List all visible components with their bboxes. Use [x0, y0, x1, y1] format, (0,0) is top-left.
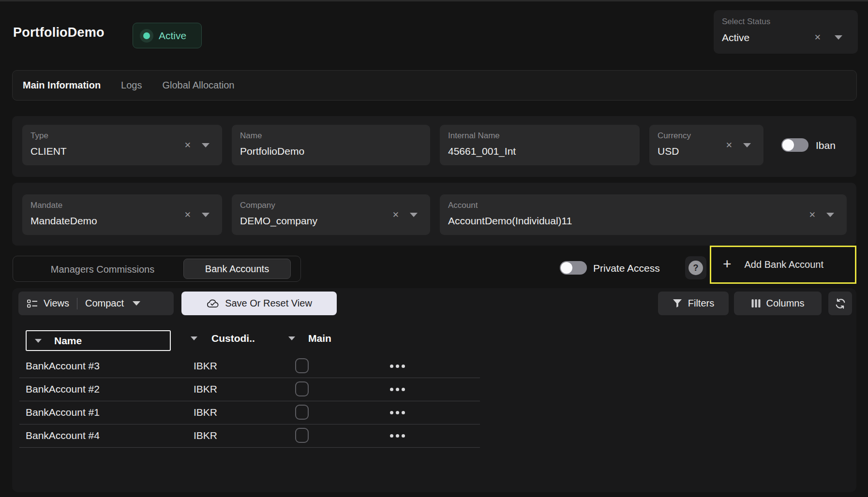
company-label: Company	[240, 201, 275, 210]
tab-bank-accounts[interactable]: Bank Accounts	[183, 259, 291, 279]
filters-label: Filters	[688, 298, 714, 309]
company-select[interactable]: Company DEMO_company ✕	[232, 194, 430, 235]
internal-name-field[interactable]: Internal Name 45661_001_Int	[440, 125, 640, 165]
main-tabbar: Main Information Logs Global Allocation	[12, 70, 857, 101]
views-button[interactable]: Views Compact	[18, 292, 174, 315]
columns-label: Columns	[766, 298, 805, 309]
filters-button[interactable]: Filters	[658, 292, 729, 315]
column-header-main[interactable]: Main	[288, 333, 331, 344]
form-panel-1: Type CLIENT ✕ Name PortfolioDemo Interna…	[12, 116, 856, 177]
chevron-down-icon[interactable]	[743, 143, 751, 147]
chevron-down-icon[interactable]	[826, 213, 834, 217]
main-checkbox[interactable]	[295, 381, 309, 396]
internal-name-value: 45661_001_Int	[448, 146, 516, 157]
chevron-down-icon[interactable]	[202, 143, 210, 147]
mandate-label: Mandate	[30, 201, 62, 210]
column-header-name[interactable]: Name	[26, 330, 171, 351]
table-row[interactable]: BankAccount #1 IBKR	[19, 401, 480, 424]
clear-icon[interactable]: ✕	[184, 211, 191, 219]
row-menu-icon[interactable]	[390, 378, 405, 401]
account-label: Account	[448, 201, 478, 210]
chevron-down-icon[interactable]	[835, 35, 842, 40]
status-dot-icon	[140, 29, 153, 43]
save-or-reset-view-button[interactable]: Save Or Reset View	[181, 292, 337, 315]
cell-name: BankAccount #2	[26, 378, 100, 401]
currency-select[interactable]: Currency USD ✕	[649, 125, 763, 165]
chevron-down-icon[interactable]	[410, 213, 418, 217]
column-header-custodian[interactable]: Custodi..	[191, 333, 255, 344]
type-value: CLIENT	[30, 146, 67, 157]
help-button[interactable]: ?	[685, 256, 706, 279]
row-menu-icon[interactable]	[390, 401, 405, 424]
add-bank-account-button[interactable]: + Add Bank Account	[710, 246, 856, 284]
main-checkbox[interactable]	[295, 358, 309, 373]
account-value: AccountDemo(Individual)11	[448, 215, 572, 227]
cell-custodian: IBKR	[194, 378, 217, 401]
bank-accounts-panel: Views Compact Save Or Reset View Filters	[12, 288, 856, 492]
name-value: PortfolioDemo	[240, 146, 304, 157]
list-view-icon	[27, 299, 38, 308]
clear-icon[interactable]: ✕	[809, 211, 816, 219]
name-label: Name	[240, 131, 262, 141]
iban-toggle[interactable]	[781, 138, 808, 152]
main-checkbox[interactable]	[295, 428, 309, 443]
filter-funnel-icon	[673, 299, 682, 308]
cell-custodian: IBKR	[194, 424, 217, 447]
add-bank-account-label: Add Bank Account	[745, 259, 823, 270]
refresh-button[interactable]	[828, 292, 852, 315]
mandate-value: MandateDemo	[30, 215, 97, 227]
table-row[interactable]: BankAccount #4 IBKR	[19, 424, 480, 448]
currency-value: USD	[658, 146, 679, 157]
views-label: Views	[44, 298, 69, 309]
private-access-toggle[interactable]	[560, 261, 587, 275]
top-divider	[0, 0, 868, 1]
status-select[interactable]: Select Status Active ✕	[714, 10, 858, 54]
clear-icon[interactable]: ✕	[392, 211, 399, 219]
chevron-down-icon	[133, 301, 140, 306]
status-badge: Active	[133, 23, 202, 48]
divider	[77, 298, 77, 309]
status-select-value: Active	[722, 32, 749, 44]
portfolio-page: PortfolioDemo Active Select Status Activ…	[0, 0, 868, 497]
row-menu-icon[interactable]	[390, 424, 405, 447]
cell-custodian: IBKR	[194, 401, 217, 424]
iban-toggle-label: Iban	[816, 140, 836, 151]
tab-global-allocation[interactable]: Global Allocation	[162, 80, 234, 91]
cell-name: BankAccount #3	[26, 354, 100, 378]
type-label: Type	[30, 131, 48, 141]
sync-icon	[835, 298, 846, 309]
tab-main-information[interactable]: Main Information	[23, 80, 101, 91]
cloud-check-icon	[206, 298, 219, 308]
sort-caret-icon[interactable]	[35, 339, 42, 343]
clear-icon[interactable]: ✕	[726, 141, 733, 149]
sort-caret-icon[interactable]	[288, 336, 295, 340]
columns-icon	[751, 299, 761, 308]
status-select-label: Select Status	[722, 17, 770, 27]
question-mark-icon: ?	[688, 261, 703, 275]
clear-icon[interactable]: ✕	[184, 141, 191, 149]
account-select[interactable]: Account AccountDemo(Individual)11 ✕	[440, 194, 847, 235]
main-checkbox[interactable]	[295, 405, 309, 420]
status-badge-label: Active	[159, 30, 186, 42]
clear-icon[interactable]: ✕	[814, 33, 821, 42]
cell-custodian: IBKR	[194, 354, 217, 378]
mandate-select[interactable]: Mandate MandateDemo ✕	[22, 194, 222, 235]
table-row[interactable]: BankAccount #3 IBKR	[19, 354, 480, 378]
section-tabs: Managers Commissions Bank Accounts	[13, 256, 301, 282]
columns-button[interactable]: Columns	[734, 292, 822, 315]
currency-label: Currency	[658, 131, 691, 141]
cell-name: BankAccount #1	[26, 401, 100, 424]
page-title: PortfolioDemo	[13, 25, 105, 40]
table-row[interactable]: BankAccount #2 IBKR	[19, 378, 480, 401]
tab-managers-commissions[interactable]: Managers Commissions	[23, 256, 182, 282]
tab-logs[interactable]: Logs	[121, 80, 142, 91]
name-field[interactable]: Name PortfolioDemo	[232, 125, 430, 165]
row-menu-icon[interactable]	[390, 354, 405, 378]
company-value: DEMO_company	[240, 215, 317, 227]
chevron-down-icon[interactable]	[202, 213, 210, 217]
form-panel-2: Mandate MandateDemo ✕ Company DEMO_compa…	[12, 183, 856, 246]
save-or-reset-label: Save Or Reset View	[225, 298, 312, 309]
type-select[interactable]: Type CLIENT ✕	[22, 125, 222, 165]
column-header-custodian-label: Custodi..	[211, 333, 255, 344]
sort-caret-icon[interactable]	[191, 336, 197, 340]
